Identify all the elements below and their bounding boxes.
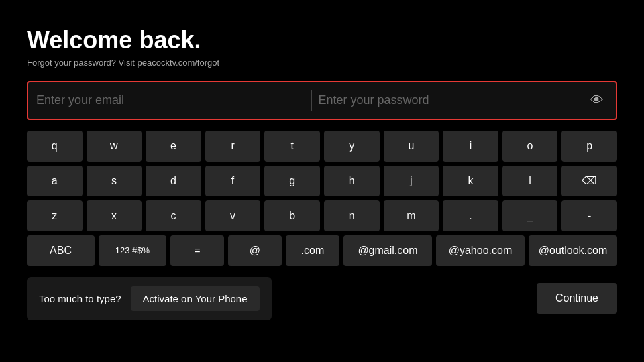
key-symbols[interactable]: 123 #$% xyxy=(99,235,166,266)
too-much-box: Too much to type? Activate on Your Phone xyxy=(27,277,272,320)
toggle-password-icon[interactable]: 👁 xyxy=(586,93,608,108)
key-v[interactable]: v xyxy=(205,200,261,231)
key-q[interactable]: q xyxy=(27,131,83,162)
key-d[interactable]: d xyxy=(146,166,201,196)
key-x[interactable]: x xyxy=(87,200,142,231)
keyboard: q w e r t y u i o p a s d f g h j k l ⌫ xyxy=(27,131,617,266)
key-c[interactable]: c xyxy=(146,200,201,231)
key-gmail[interactable]: @gmail.com xyxy=(343,235,432,266)
key-underscore[interactable]: _ xyxy=(502,200,558,231)
keyboard-row-1: q w e r t y u i o p xyxy=(27,131,617,162)
continue-button[interactable]: Continue xyxy=(537,283,617,314)
key-e[interactable]: e xyxy=(146,131,201,162)
header: Welcome back. Forgot your password? Visi… xyxy=(27,27,617,68)
forgot-password-text: Forgot your password? Visit peacocktv.co… xyxy=(27,58,617,68)
key-outlook[interactable]: @outlook.com xyxy=(529,235,617,266)
key-hyphen[interactable]: - xyxy=(561,200,617,231)
key-t[interactable]: t xyxy=(264,131,320,162)
input-row[interactable]: 👁 xyxy=(27,81,617,120)
key-f[interactable]: f xyxy=(205,166,261,196)
key-l[interactable]: l xyxy=(502,166,558,196)
key-y[interactable]: y xyxy=(324,131,380,162)
keyboard-row-2: a s d f g h j k l ⌫ xyxy=(27,166,617,196)
key-a[interactable]: a xyxy=(27,166,83,196)
keyboard-row-4: ABC 123 #$% = @ .com @gmail.com @yahoo.c… xyxy=(27,235,617,266)
key-dotcom[interactable]: .com xyxy=(286,235,339,266)
keyboard-row-3: z x c v b n m . _ - xyxy=(27,200,617,231)
key-period[interactable]: . xyxy=(443,200,498,231)
key-o[interactable]: o xyxy=(502,131,558,162)
welcome-title: Welcome back. xyxy=(27,27,617,54)
key-j[interactable]: j xyxy=(384,166,439,196)
too-much-label: Too much to type? xyxy=(39,293,121,304)
key-k[interactable]: k xyxy=(443,166,498,196)
bottom-bar: Too much to type? Activate on Your Phone… xyxy=(27,277,617,320)
backspace-icon: ⌫ xyxy=(582,174,597,187)
key-m[interactable]: m xyxy=(384,200,439,231)
key-h[interactable]: h xyxy=(324,166,380,196)
key-equals[interactable]: = xyxy=(170,235,224,266)
key-p[interactable]: p xyxy=(561,131,617,162)
password-input[interactable] xyxy=(319,82,587,119)
key-s[interactable]: s xyxy=(87,166,142,196)
key-at[interactable]: @ xyxy=(228,235,282,266)
activate-button[interactable]: Activate on Your Phone xyxy=(131,286,260,311)
key-b[interactable]: b xyxy=(264,200,320,231)
key-z[interactable]: z xyxy=(27,200,83,231)
input-divider xyxy=(311,90,312,111)
key-g[interactable]: g xyxy=(264,166,320,196)
key-r[interactable]: r xyxy=(205,131,261,162)
key-yahoo[interactable]: @yahoo.com xyxy=(436,235,525,266)
key-i[interactable]: i xyxy=(443,131,498,162)
key-w[interactable]: w xyxy=(87,131,142,162)
key-backspace[interactable]: ⌫ xyxy=(561,166,617,196)
key-n[interactable]: n xyxy=(324,200,380,231)
email-input[interactable] xyxy=(36,82,305,119)
key-u[interactable]: u xyxy=(384,131,439,162)
page: Welcome back. Forgot your password? Visi… xyxy=(0,0,644,362)
key-abc[interactable]: ABC xyxy=(27,235,95,266)
